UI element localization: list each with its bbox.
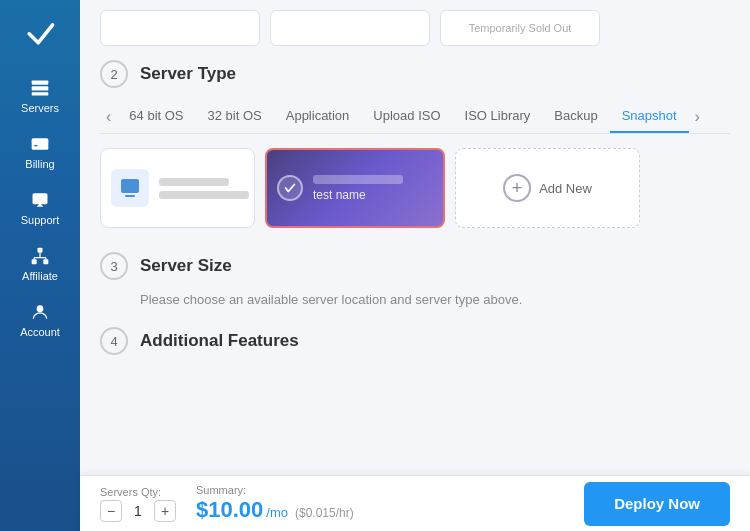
- svg-rect-2: [32, 92, 49, 95]
- sold-out-text: Temporarily Sold Out: [469, 22, 572, 34]
- server-size-section: 3 Server Size Please choose an available…: [80, 238, 750, 317]
- svg-rect-7: [38, 248, 43, 253]
- sidebar-item-support-label: Support: [21, 214, 60, 226]
- svg-rect-15: [121, 179, 139, 193]
- tab-next-arrow[interactable]: ›: [689, 109, 706, 125]
- tab-32bit[interactable]: 32 bit OS: [196, 100, 274, 133]
- tab-backup[interactable]: Backup: [542, 100, 609, 133]
- card-1-text-line-1: [159, 178, 229, 186]
- tab-snapshot[interactable]: Snapshot: [610, 100, 689, 133]
- sidebar-item-support[interactable]: Support: [0, 180, 80, 236]
- scroll-area: Temporarily Sold Out 2 Server Type ‹ 64 …: [80, 0, 750, 531]
- svg-rect-6: [33, 193, 48, 204]
- qty-label: Servers Qty:: [100, 486, 176, 498]
- region-card-sold[interactable]: Temporarily Sold Out: [440, 10, 600, 46]
- region-cards-row: Temporarily Sold Out: [80, 0, 750, 46]
- sidebar-item-servers[interactable]: Servers: [0, 68, 80, 124]
- server-size-message: Please choose an available server locati…: [100, 292, 730, 307]
- summary-price: $10.00 /mo ($0.015/hr): [196, 497, 354, 523]
- selected-text-line-1: [313, 175, 403, 184]
- region-card-1[interactable]: [100, 10, 260, 46]
- section-number-3: 3: [100, 252, 128, 280]
- add-new-card[interactable]: + Add New: [455, 148, 640, 228]
- section-number-4: 4: [100, 327, 128, 355]
- price-unit: /mo: [266, 505, 288, 520]
- snapshot-card-1[interactable]: [100, 148, 255, 228]
- billing-icon: [30, 134, 50, 154]
- svg-rect-16: [125, 195, 135, 197]
- qty-decrease-button[interactable]: −: [100, 500, 122, 522]
- selected-card-text: test name: [313, 175, 403, 202]
- os-icon: [118, 176, 142, 200]
- server-size-title: Server Size: [140, 256, 232, 276]
- svg-rect-0: [32, 81, 49, 85]
- account-icon: [30, 302, 50, 322]
- server-type-title: Server Type: [140, 64, 236, 84]
- svg-rect-3: [32, 138, 49, 150]
- sidebar-item-billing[interactable]: Billing: [0, 124, 80, 180]
- svg-rect-9: [43, 259, 48, 264]
- qty-value: 1: [128, 503, 148, 519]
- tab-iso-library[interactable]: ISO Library: [453, 100, 543, 133]
- summary-label: Summary:: [196, 484, 354, 496]
- tab-64bit[interactable]: 64 bit OS: [117, 100, 195, 133]
- additional-features-title: Additional Features: [140, 331, 299, 351]
- logo[interactable]: [18, 10, 62, 54]
- qty-increase-button[interactable]: +: [154, 500, 176, 522]
- region-card-2[interactable]: [270, 10, 430, 46]
- sidebar-item-billing-label: Billing: [25, 158, 54, 170]
- price-hourly: ($0.015/hr): [295, 506, 354, 520]
- sidebar-item-servers-label: Servers: [21, 102, 59, 114]
- sidebar-item-account-label: Account: [20, 326, 60, 338]
- server-size-header: 3 Server Size: [100, 252, 730, 280]
- card-1-text-line-2: [159, 191, 249, 199]
- summary-section: Summary: $10.00 /mo ($0.015/hr): [196, 484, 354, 523]
- sidebar-item-affiliate-label: Affiliate: [22, 270, 58, 282]
- server-type-section: 2 Server Type ‹ 64 bit OS 32 bit OS Appl…: [80, 46, 750, 238]
- card-1-text-lines: [159, 178, 249, 199]
- snapshot-card-2-selected[interactable]: test name: [265, 148, 445, 228]
- support-icon: [30, 190, 50, 210]
- selected-card-label: test name: [313, 188, 403, 202]
- section-number-2: 2: [100, 60, 128, 88]
- check-circle: [277, 175, 303, 201]
- deploy-now-button[interactable]: Deploy Now: [584, 482, 730, 526]
- svg-rect-1: [32, 86, 49, 90]
- server-type-tabs: ‹ 64 bit OS 32 bit OS Application Upload…: [100, 100, 730, 134]
- sidebar-item-account[interactable]: Account: [0, 292, 80, 348]
- servers-icon: [30, 78, 50, 98]
- additional-features-header: 4 Additional Features: [100, 327, 730, 355]
- affiliate-icon: [30, 246, 50, 266]
- additional-features-section: 4 Additional Features: [80, 317, 750, 355]
- snapshot-card-1-icon: [111, 169, 149, 207]
- server-type-header: 2 Server Type: [100, 60, 730, 88]
- plus-icon: +: [503, 174, 531, 202]
- svg-point-14: [37, 305, 44, 312]
- bottom-bar: Servers Qty: − 1 + Summary: $10.00 /mo (…: [80, 475, 750, 531]
- add-new-label: Add New: [539, 181, 592, 196]
- qty-section: Servers Qty: − 1 +: [100, 486, 176, 522]
- tab-application[interactable]: Application: [274, 100, 362, 133]
- sidebar-item-affiliate[interactable]: Affiliate: [0, 236, 80, 292]
- tab-upload-iso[interactable]: Upload ISO: [361, 100, 452, 133]
- snapshot-cards-row: test name + Add New: [100, 148, 730, 228]
- svg-rect-8: [32, 259, 37, 264]
- price-main: $10.00: [196, 497, 263, 523]
- main-content: Temporarily Sold Out 2 Server Type ‹ 64 …: [80, 0, 750, 531]
- tab-prev-arrow[interactable]: ‹: [100, 109, 117, 125]
- qty-controls: − 1 +: [100, 500, 176, 522]
- sidebar: Servers Billing Support Affiliate: [0, 0, 80, 531]
- checkmark-icon: [283, 181, 297, 195]
